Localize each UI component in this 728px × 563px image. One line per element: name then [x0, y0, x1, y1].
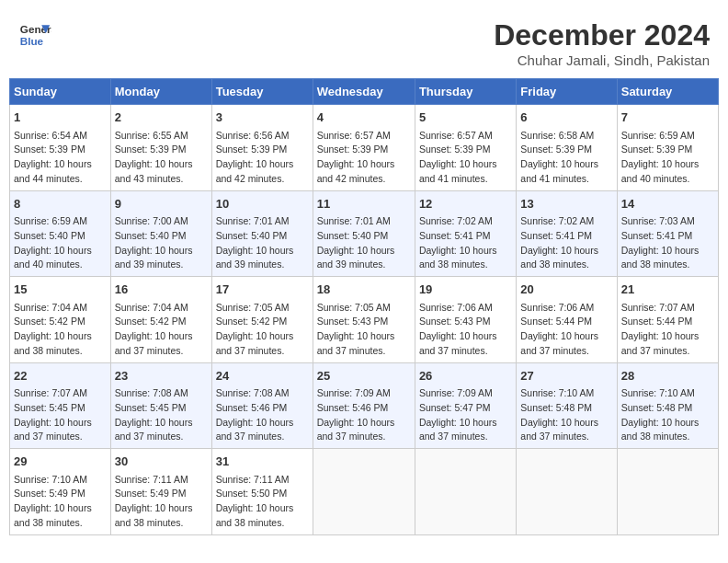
sunset-label: Sunset: 5:39 PM [621, 144, 693, 155]
daylight-label: Daylight: 10 hours and 38 minutes. [14, 502, 92, 528]
daylight-label: Daylight: 10 hours and 37 minutes. [14, 417, 92, 442]
calendar-week-row: 1 Sunrise: 6:54 AM Sunset: 5:39 PM Dayli… [10, 105, 719, 191]
sunrise-label: Sunrise: 7:05 AM [317, 302, 391, 313]
day-number: 19 [419, 281, 512, 299]
day-number: 27 [520, 367, 612, 385]
daylight-label: Daylight: 10 hours and 37 minutes. [115, 417, 193, 442]
table-row: 6 Sunrise: 6:58 AM Sunset: 5:39 PM Dayli… [517, 105, 617, 191]
sunset-label: Sunset: 5:41 PM [520, 230, 592, 241]
location-subtitle: Chuhar Jamali, Sindh, Pakistan [494, 52, 710, 68]
sunset-label: Sunset: 5:48 PM [621, 402, 693, 413]
calendar-week-row: 8 Sunrise: 6:59 AM Sunset: 5:40 PM Dayli… [10, 190, 719, 277]
daylight-label: Daylight: 10 hours and 39 minutes. [216, 245, 294, 270]
table-row [517, 449, 617, 535]
day-number: 1 [14, 109, 107, 127]
table-row: 16 Sunrise: 7:04 AM Sunset: 5:42 PM Dayl… [110, 277, 211, 363]
day-number: 23 [115, 367, 208, 385]
sunset-label: Sunset: 5:43 PM [419, 316, 491, 327]
sunset-label: Sunset: 5:40 PM [216, 230, 288, 241]
daylight-label: Daylight: 10 hours and 38 minutes. [216, 502, 294, 528]
sunrise-label: Sunrise: 7:11 AM [115, 474, 188, 485]
table-row: 7 Sunrise: 6:59 AM Sunset: 5:39 PM Dayli… [617, 105, 718, 191]
sunrise-label: Sunrise: 7:01 AM [317, 215, 391, 226]
daylight-label: Daylight: 10 hours and 42 minutes. [216, 158, 294, 184]
table-row: 12 Sunrise: 7:02 AM Sunset: 5:41 PM Dayl… [415, 190, 516, 277]
title-block: December 2024 Chuhar Jamali, Sindh, Paki… [494, 18, 710, 68]
sunset-label: Sunset: 5:50 PM [216, 488, 288, 499]
sunset-label: Sunset: 5:46 PM [216, 402, 288, 413]
table-row: 1 Sunrise: 6:54 AM Sunset: 5:39 PM Dayli… [10, 105, 111, 191]
table-row: 11 Sunrise: 7:01 AM Sunset: 5:40 PM Dayl… [313, 190, 415, 277]
logo: General Blue [18, 18, 51, 52]
sunrise-label: Sunrise: 6:57 AM [419, 130, 493, 141]
daylight-label: Daylight: 10 hours and 44 minutes. [14, 158, 92, 184]
daylight-label: Daylight: 10 hours and 38 minutes. [14, 330, 92, 356]
sunrise-label: Sunrise: 7:10 AM [14, 474, 87, 485]
sunrise-label: Sunrise: 6:59 AM [621, 130, 695, 141]
day-number: 2 [115, 109, 208, 127]
sunrise-label: Sunrise: 6:59 AM [14, 215, 87, 226]
day-number: 24 [216, 367, 309, 385]
table-row: 4 Sunrise: 6:57 AM Sunset: 5:39 PM Dayli… [313, 105, 415, 191]
table-row: 19 Sunrise: 7:06 AM Sunset: 5:43 PM Dayl… [415, 277, 516, 363]
sunset-label: Sunset: 5:39 PM [419, 144, 491, 155]
day-number: 9 [115, 195, 208, 213]
sunset-label: Sunset: 5:46 PM [317, 402, 389, 413]
sunrise-label: Sunrise: 7:09 AM [317, 387, 391, 398]
daylight-label: Daylight: 10 hours and 38 minutes. [115, 502, 193, 528]
sunset-label: Sunset: 5:40 PM [115, 230, 187, 241]
sunrise-label: Sunrise: 7:10 AM [520, 387, 594, 398]
sunrise-label: Sunrise: 7:08 AM [115, 387, 188, 398]
table-row: 30 Sunrise: 7:11 AM Sunset: 5:49 PM Dayl… [110, 449, 211, 535]
page-header: General Blue December 2024 Chuhar Jamali… [9, 9, 719, 73]
sunrise-label: Sunrise: 6:57 AM [317, 130, 391, 141]
sunrise-label: Sunrise: 7:07 AM [14, 387, 87, 398]
daylight-label: Daylight: 10 hours and 41 minutes. [520, 158, 598, 184]
day-number: 6 [520, 109, 612, 127]
sunset-label: Sunset: 5:43 PM [317, 316, 389, 327]
table-row: 9 Sunrise: 7:00 AM Sunset: 5:40 PM Dayli… [110, 190, 211, 277]
daylight-label: Daylight: 10 hours and 39 minutes. [317, 245, 395, 270]
daylight-label: Daylight: 10 hours and 37 minutes. [621, 330, 700, 356]
sunrise-label: Sunrise: 7:09 AM [419, 387, 493, 398]
sunrise-label: Sunrise: 7:08 AM [216, 387, 290, 398]
table-row: 23 Sunrise: 7:08 AM Sunset: 5:45 PM Dayl… [110, 362, 211, 449]
day-number: 21 [621, 281, 714, 299]
day-number: 8 [14, 195, 107, 213]
day-number: 14 [621, 195, 714, 213]
sunset-label: Sunset: 5:44 PM [621, 316, 693, 327]
daylight-label: Daylight: 10 hours and 37 minutes. [419, 417, 497, 442]
day-number: 31 [216, 453, 309, 471]
day-number: 16 [115, 281, 208, 299]
table-row: 20 Sunrise: 7:06 AM Sunset: 5:44 PM Dayl… [517, 277, 617, 363]
sunrise-label: Sunrise: 7:04 AM [115, 302, 188, 313]
table-row: 13 Sunrise: 7:02 AM Sunset: 5:41 PM Dayl… [517, 190, 617, 277]
table-row: 22 Sunrise: 7:07 AM Sunset: 5:45 PM Dayl… [10, 362, 111, 449]
day-number: 7 [621, 109, 714, 127]
day-number: 25 [317, 367, 411, 385]
sunset-label: Sunset: 5:49 PM [115, 488, 187, 499]
header-wednesday: Wednesday [313, 79, 415, 105]
sunset-label: Sunset: 5:41 PM [621, 230, 693, 241]
table-row: 21 Sunrise: 7:07 AM Sunset: 5:44 PM Dayl… [617, 277, 718, 363]
table-row: 3 Sunrise: 6:56 AM Sunset: 5:39 PM Dayli… [211, 105, 313, 191]
daylight-label: Daylight: 10 hours and 40 minutes. [14, 245, 92, 270]
day-number: 22 [14, 367, 107, 385]
calendar-week-row: 22 Sunrise: 7:07 AM Sunset: 5:45 PM Dayl… [10, 362, 719, 449]
day-number: 4 [317, 109, 411, 127]
table-row [313, 449, 415, 535]
daylight-label: Daylight: 10 hours and 38 minutes. [419, 245, 497, 270]
daylight-label: Daylight: 10 hours and 37 minutes. [520, 417, 598, 442]
sunset-label: Sunset: 5:45 PM [14, 402, 85, 413]
table-row: 28 Sunrise: 7:10 AM Sunset: 5:48 PM Dayl… [617, 362, 718, 449]
table-row [415, 449, 516, 535]
sunrise-label: Sunrise: 7:02 AM [419, 215, 493, 226]
table-row: 31 Sunrise: 7:11 AM Sunset: 5:50 PM Dayl… [211, 449, 313, 535]
daylight-label: Daylight: 10 hours and 37 minutes. [419, 330, 497, 356]
daylight-label: Daylight: 10 hours and 42 minutes. [317, 158, 395, 184]
table-row: 29 Sunrise: 7:10 AM Sunset: 5:49 PM Dayl… [10, 449, 111, 535]
table-row: 17 Sunrise: 7:05 AM Sunset: 5:42 PM Dayl… [211, 277, 313, 363]
daylight-label: Daylight: 10 hours and 43 minutes. [115, 158, 193, 184]
table-row: 10 Sunrise: 7:01 AM Sunset: 5:40 PM Dayl… [211, 190, 313, 277]
day-number: 18 [317, 281, 411, 299]
